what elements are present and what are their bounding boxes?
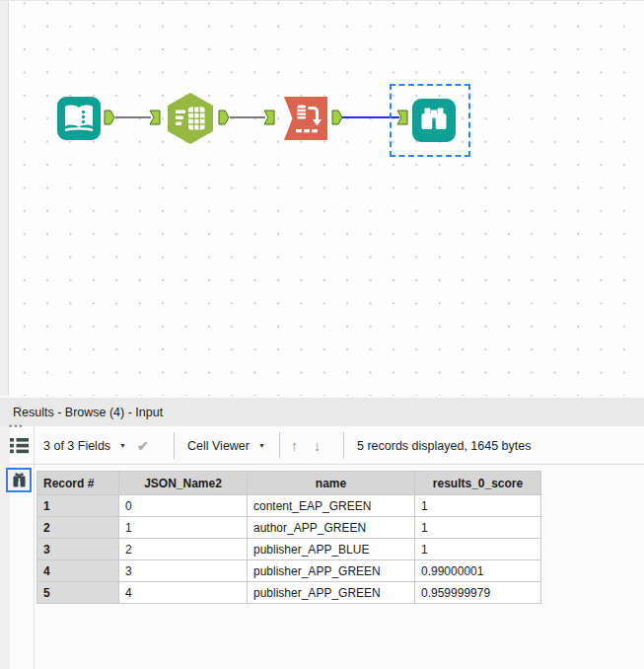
transpose-tool[interactable] xyxy=(283,96,328,141)
column-header[interactable]: results_0_score xyxy=(415,472,541,495)
cell-viewer-label: Cell Viewer xyxy=(187,439,250,453)
pane-splitter-handle[interactable]: ••• xyxy=(9,421,24,431)
data-cell[interactable]: publisher_APP_GREEN xyxy=(248,560,415,582)
data-cell[interactable]: publisher_APP_GREEN xyxy=(248,582,415,604)
output-anchor-icon xyxy=(331,110,343,125)
toolbar-separator xyxy=(279,432,280,459)
column-header[interactable]: JSON_Name2 xyxy=(119,472,248,495)
column-header[interactable]: name xyxy=(248,472,415,495)
json-parse-tool[interactable] xyxy=(165,92,216,145)
connection-input-to-jsonparse[interactable] xyxy=(115,116,151,118)
data-cell[interactable]: 4 xyxy=(119,582,248,604)
table-row: 54publisher_APP_GREEN0.959999979 xyxy=(37,582,541,604)
results-title: Results - Browse (4) - Input xyxy=(13,406,163,419)
canvas-edge-gutter xyxy=(0,1,9,396)
apply-check-icon[interactable]: ✔ xyxy=(137,438,149,454)
results-grid: Record #JSON_Name2nameresults_0_score 10… xyxy=(36,471,541,604)
tool-selection-box xyxy=(390,84,470,157)
connection-jsonparse-to-transpose[interactable] xyxy=(230,116,265,118)
input-data-tool[interactable] xyxy=(56,96,102,141)
record-number-cell[interactable]: 5 xyxy=(37,582,119,604)
list-icon xyxy=(10,436,29,455)
record-count-status: 5 records displayed, 1645 bytes xyxy=(357,426,532,465)
binoculars-icon xyxy=(11,473,28,488)
icon-column-divider xyxy=(34,426,35,669)
output-anchor-icon xyxy=(104,110,115,125)
record-number-cell[interactable]: 1 xyxy=(37,495,119,517)
input-anchor-icon xyxy=(263,110,275,125)
input-anchor-icon xyxy=(149,110,161,125)
browse-profile-button[interactable] xyxy=(6,468,32,492)
move-up-button[interactable]: ↑ xyxy=(291,426,298,465)
record-number-cell[interactable]: 4 xyxy=(37,560,119,582)
results-pane: Results - Browse (4) - Input 3 of 3 Fiel… xyxy=(0,396,644,669)
cell-viewer-dropdown[interactable]: Cell Viewer ▼ xyxy=(187,426,265,465)
results-menu-button[interactable] xyxy=(7,433,31,457)
record-number-cell[interactable]: 3 xyxy=(37,539,119,560)
table-row: 43publisher_APP_GREEN0.99000001 xyxy=(37,560,541,582)
data-cell[interactable]: 1 xyxy=(119,517,248,539)
results-table: Record #JSON_Name2nameresults_0_score 10… xyxy=(36,471,541,604)
data-cell[interactable]: 0 xyxy=(119,495,248,517)
data-cell[interactable]: 1 xyxy=(415,539,541,560)
table-row: 32publisher_APP_BLUE1 xyxy=(37,539,541,560)
data-cell[interactable]: 1 xyxy=(415,495,541,517)
table-row: 21author_APP_GREEN1 xyxy=(37,517,541,539)
table-header-row: Record #JSON_Name2nameresults_0_score xyxy=(37,472,541,495)
output-anchor-icon xyxy=(218,110,230,125)
results-toolbar: 3 of 3 Fields ▼ ✔ Cell Viewer ▼ ↑ ↓ 5 re… xyxy=(0,426,644,465)
data-cell[interactable]: 0.959999979 xyxy=(415,582,541,604)
app-window: Results - Browse (4) - Input 3 of 3 Fiel… xyxy=(0,0,644,669)
data-cell[interactable]: 0.99000001 xyxy=(415,560,541,582)
results-title-bar: Results - Browse (4) - Input xyxy=(0,398,644,426)
chevron-down-icon: ▼ xyxy=(258,442,265,449)
data-cell[interactable]: author_APP_GREEN xyxy=(248,517,415,539)
data-cell[interactable]: content_EAP_GREEN xyxy=(248,495,415,517)
fields-dropdown[interactable]: 3 of 3 Fields ▼ ✔ xyxy=(43,426,149,465)
table-row: 10content_EAP_GREEN1 xyxy=(37,495,541,517)
data-cell[interactable]: 3 xyxy=(119,560,248,582)
chevron-down-icon: ▼ xyxy=(119,442,126,449)
move-down-button[interactable]: ↓ xyxy=(314,426,321,465)
data-cell[interactable]: 1 xyxy=(415,517,541,539)
workflow-canvas[interactable] xyxy=(0,1,644,396)
results-left-gutter xyxy=(0,426,10,669)
data-cell[interactable]: publisher_APP_BLUE xyxy=(248,539,415,560)
record-number-cell[interactable]: 2 xyxy=(37,517,119,539)
column-header[interactable]: Record # xyxy=(37,472,119,495)
toolbar-separator xyxy=(174,432,175,459)
toolbar-separator xyxy=(343,432,344,459)
data-cell[interactable]: 2 xyxy=(119,539,248,560)
fields-dropdown-label: 3 of 3 Fields xyxy=(43,439,110,453)
